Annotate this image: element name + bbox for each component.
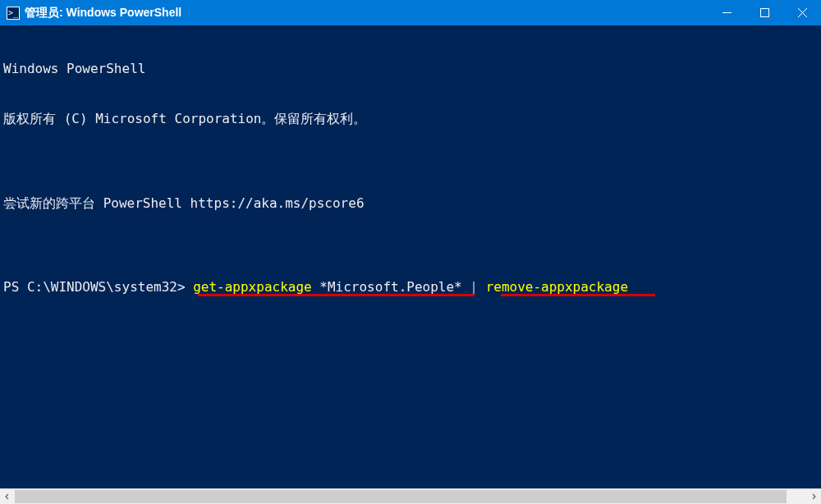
chevron-right-icon	[810, 493, 817, 500]
prompt-line: PS C:\WINDOWS\system32> get-appxpackage …	[3, 279, 818, 296]
minimize-icon	[722, 8, 732, 17]
icon-glyph: >_	[8, 8, 18, 17]
cmd-get: get-appxpackage	[193, 279, 312, 295]
scroll-right-button[interactable]	[806, 489, 821, 504]
powershell-icon: >_	[7, 7, 20, 20]
close-button[interactable]	[783, 0, 821, 25]
scrollbar-thumb[interactable]	[15, 490, 787, 503]
cmd-space	[478, 279, 486, 295]
terminal-line: 尝试新的跨平台 PowerShell https://aka.ms/pscore…	[3, 195, 818, 212]
maximize-icon	[760, 8, 769, 17]
close-icon	[798, 8, 807, 17]
terminal-area[interactable]: Windows PowerShell 版权所有 (C) Microsoft Co…	[0, 25, 821, 488]
scrollbar-track[interactable]	[15, 489, 806, 504]
window-title: 管理员: Windows PowerShell	[25, 6, 708, 21]
highlight-underline-2	[501, 294, 655, 296]
svg-rect-1	[760, 9, 768, 17]
terminal-line: 版权所有 (C) Microsoft Corporation。保留所有权利。	[3, 111, 818, 127]
powershell-window: >_ 管理员: Windows PowerShell Windows Power…	[0, 0, 821, 488]
horizontal-scrollbar[interactable]	[0, 488, 821, 504]
cmd-arg: *Microsoft.People*	[312, 279, 470, 295]
cmd-pipe: |	[470, 279, 478, 295]
titlebar[interactable]: >_ 管理员: Windows PowerShell	[0, 0, 821, 25]
maximize-button[interactable]	[745, 0, 783, 25]
prompt-text: PS C:\WINDOWS\system32>	[3, 279, 193, 295]
terminal-line: Windows PowerShell	[3, 61, 818, 77]
cmd-remove: remove-appxpackage	[486, 279, 628, 295]
minimize-button[interactable]	[708, 0, 745, 25]
chevron-left-icon	[4, 493, 11, 500]
highlight-underline-1	[198, 294, 475, 296]
window-controls	[708, 0, 821, 25]
scroll-left-button[interactable]	[0, 489, 15, 504]
